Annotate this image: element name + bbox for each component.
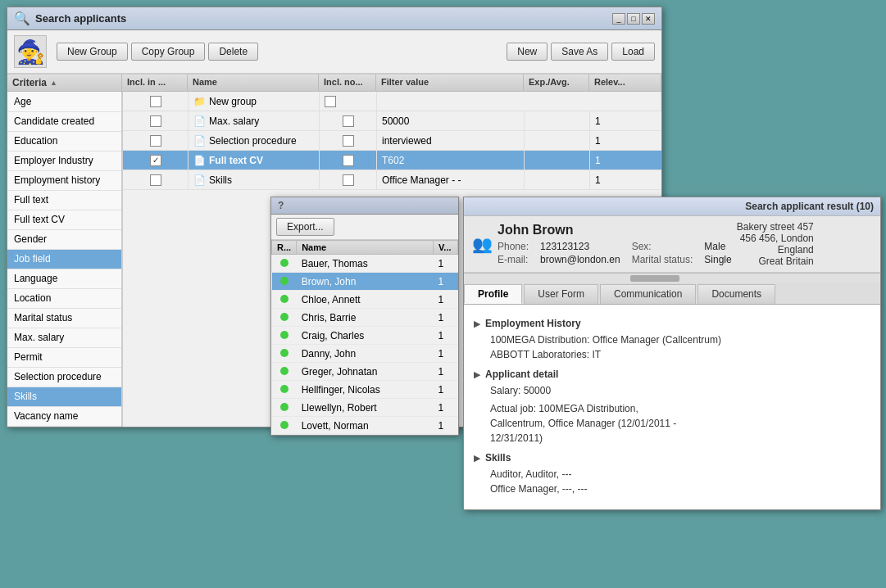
criteria-list-label: Gender xyxy=(7,229,121,249)
table-row[interactable]: 📄Full text CVT6021 xyxy=(123,151,661,170)
name-header[interactable]: Name xyxy=(188,75,319,91)
criteria-list-item[interactable]: Selection procedure xyxy=(7,367,121,387)
exp-cell xyxy=(525,170,590,190)
row-name: Full text CV xyxy=(209,155,263,166)
group-incl-checkbox[interactable] xyxy=(150,96,161,107)
criteria-list-item[interactable]: Vacancy name xyxy=(7,406,121,426)
criteria-list-item[interactable]: Job field xyxy=(7,249,121,269)
close-button[interactable]: ✕ xyxy=(642,13,655,25)
skills-section[interactable]: ▶ Skills xyxy=(474,452,870,464)
result-row[interactable]: Brown, John1 xyxy=(272,273,458,291)
new-button[interactable]: New xyxy=(507,43,548,61)
incl-cell xyxy=(123,131,189,151)
incl-cell xyxy=(123,151,189,170)
scrollbar-thumb[interactable] xyxy=(630,275,679,282)
tab-profile[interactable]: Profile xyxy=(464,284,522,304)
criteria-list-item[interactable]: Gender xyxy=(7,229,121,249)
incl-no-cell xyxy=(320,170,377,190)
incl-checkbox[interactable] xyxy=(150,115,161,127)
employment-line2: ABBOTT Laboratories: IT xyxy=(490,347,870,362)
toolbar: 🧙 New Group Copy Group Delete New Save A… xyxy=(7,30,661,74)
search-result-bar: Search applicant result (10) xyxy=(464,197,880,216)
criteria-list-label: Selection procedure xyxy=(7,367,121,387)
tab-user-form[interactable]: User Form xyxy=(524,284,598,304)
criteria-list-item[interactable]: Employer Industry xyxy=(7,151,121,170)
criteria-list-item[interactable]: Candidate created xyxy=(7,111,121,131)
folder-icon: 📁 xyxy=(193,96,206,107)
incl-no-checkbox[interactable] xyxy=(343,135,354,147)
criteria-list-item[interactable]: Age xyxy=(7,92,121,111)
result-row[interactable]: Greger, Johnatan1 xyxy=(272,363,458,381)
tab-documents[interactable]: Documents xyxy=(697,284,775,304)
result-status-cell xyxy=(272,327,297,345)
criteria-list-item[interactable]: Permit xyxy=(7,347,121,367)
result-row[interactable]: Chloe, Annett1 xyxy=(272,291,458,309)
incl-checkbox[interactable] xyxy=(150,135,161,147)
table-row[interactable]: 📄Selection procedureinterviewed1 xyxy=(123,131,661,151)
result-row[interactable]: Bauer, Thomas1 xyxy=(272,255,458,273)
result-row[interactable]: Hellfinger, Nicolas1 xyxy=(272,381,458,399)
relevance-cell: 1 xyxy=(590,111,661,131)
skill-line1: Auditor, Auditor, ---Office Manager, ---… xyxy=(490,467,870,496)
criteria-header[interactable]: Criteria ▲ xyxy=(7,75,122,91)
result-row[interactable]: Craig, Charles1 xyxy=(272,327,458,345)
status-dot-icon xyxy=(280,313,289,321)
copy-group-button[interactable]: Copy Group xyxy=(131,43,206,61)
sex-label: Sex: xyxy=(632,241,693,252)
job-line3: 12/31/2011) xyxy=(490,431,870,446)
file-icon: 📄 xyxy=(193,115,206,127)
exp-cell xyxy=(525,131,590,151)
tab-communication[interactable]: Communication xyxy=(600,284,696,304)
criteria-list-item[interactable]: Education xyxy=(7,131,121,151)
result-status-cell xyxy=(272,381,297,399)
criteria-list-item[interactable]: Language xyxy=(7,269,121,288)
result-row[interactable]: Danny, John1 xyxy=(272,345,458,363)
result-status-cell xyxy=(272,255,297,273)
load-button[interactable]: Load xyxy=(611,43,655,61)
incl-checkbox[interactable] xyxy=(150,155,161,166)
filter-value-header[interactable]: Filter value xyxy=(376,75,524,91)
result-name-cell: Chris, Barrie xyxy=(297,309,434,327)
new-group-button[interactable]: New Group xyxy=(57,43,128,61)
criteria-list-item[interactable]: Skills xyxy=(7,387,121,406)
export-button[interactable]: Export... xyxy=(276,218,334,236)
applicant-detail-section[interactable]: ▶ Applicant detail xyxy=(474,369,870,380)
result-row[interactable]: Llewellyn, Robert1 xyxy=(272,399,458,417)
criteria-list-item[interactable]: Max. salary xyxy=(7,328,121,347)
incl-no-checkbox[interactable] xyxy=(343,155,354,166)
delete-button[interactable]: Delete xyxy=(208,43,258,61)
result-row[interactable]: Chris, Barrie1 xyxy=(272,309,458,327)
incl-no-header[interactable]: Incl. no... xyxy=(319,75,376,91)
table-row[interactable]: 📄Max. salary500001 xyxy=(123,111,661,131)
incl-checkbox[interactable] xyxy=(150,174,161,186)
employment-history-section[interactable]: ▶ Employment History xyxy=(474,318,870,329)
criteria-list-item[interactable]: Location xyxy=(7,288,121,308)
exp-avg-header[interactable]: Exp./Avg. xyxy=(524,75,589,91)
incl-no-checkbox[interactable] xyxy=(343,174,354,186)
name-cell: 📄Full text CV xyxy=(189,151,320,170)
relevance-header[interactable]: Relev... xyxy=(589,75,661,91)
filter-cell: 50000 xyxy=(377,111,525,131)
result-name-cell: Lovett, Norman xyxy=(297,417,434,435)
v-header: V... xyxy=(434,241,458,255)
table-row[interactable]: 📄SkillsOffice Manager - -1 xyxy=(123,170,661,190)
result-row[interactable]: Lovett, Norman1 xyxy=(272,417,458,435)
result-status-cell xyxy=(272,417,297,435)
maximize-button[interactable]: □ xyxy=(627,13,640,25)
title-controls: _ □ ✕ xyxy=(612,13,655,25)
phone-label: Phone: xyxy=(498,241,529,252)
criteria-list-item[interactable]: Full text CV xyxy=(7,210,121,229)
minimize-button[interactable]: _ xyxy=(612,13,625,25)
result-name-cell: Hellfinger, Nicolas xyxy=(297,381,434,399)
exp-cell xyxy=(525,111,590,131)
save-as-button[interactable]: Save As xyxy=(551,43,608,61)
row-name: Skills xyxy=(209,174,232,186)
incl-in-header[interactable]: Incl. in ... xyxy=(122,75,188,91)
criteria-list-item[interactable]: Marital status xyxy=(7,308,121,328)
horizontal-scrollbar[interactable] xyxy=(464,273,880,283)
criteria-list-item[interactable]: Full text xyxy=(7,190,121,210)
criteria-list-item[interactable]: Employment history xyxy=(7,170,121,190)
incl-no-checkbox[interactable] xyxy=(343,115,354,127)
name-result-header: Name xyxy=(297,241,434,255)
group-inclno-checkbox[interactable] xyxy=(325,96,336,107)
